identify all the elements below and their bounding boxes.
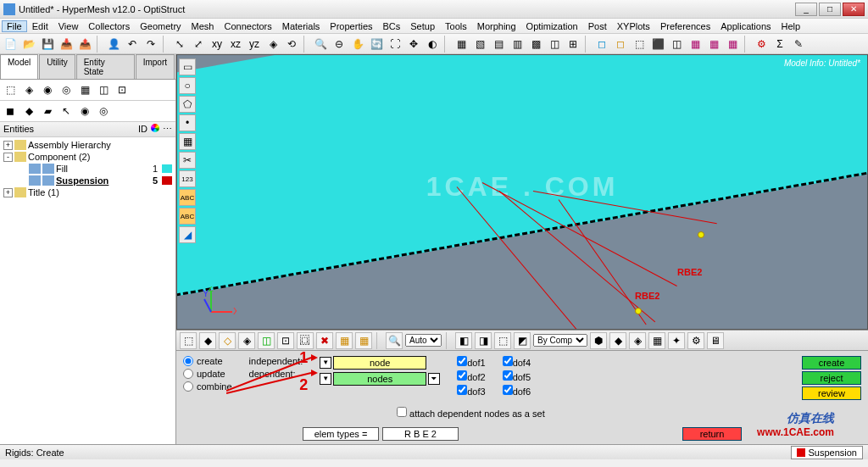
dof4-check[interactable]: dof4 (503, 356, 531, 368)
bt5-icon[interactable]: ▦ (76, 81, 93, 98)
mesh2-icon[interactable]: ▦ (705, 36, 722, 53)
window3-icon[interactable]: ▤ (490, 36, 507, 53)
tab-import[interactable]: Import (136, 54, 175, 79)
tree-assembly[interactable]: + Assembly Hierarchy (2, 139, 174, 151)
mask7-icon[interactable]: ⿴ (297, 332, 314, 349)
menu-view[interactable]: View (53, 20, 84, 32)
radio-update-input[interactable] (183, 369, 193, 379)
shaded-icon[interactable]: ⬛ (649, 36, 666, 53)
render4-icon[interactable]: ◩ (514, 332, 531, 349)
menu-xyplots[interactable]: XYPlots (612, 20, 655, 32)
new-icon[interactable]: 📄 (2, 36, 19, 53)
review-button[interactable]: review (802, 386, 861, 400)
menu-materials[interactable]: Materials (277, 20, 326, 32)
disp5-icon[interactable]: ◎ (95, 103, 112, 120)
vt-123-icon[interactable]: 123 (179, 170, 196, 187)
window1-icon[interactable]: ▦ (453, 36, 470, 53)
mask3-icon[interactable]: ◇ (219, 332, 236, 349)
reject-button[interactable]: reject (802, 371, 861, 385)
window5-icon[interactable]: ▩ (527, 36, 544, 53)
tab-utility[interactable]: Utility (39, 54, 75, 79)
menu-preferences[interactable]: Preferences (655, 20, 715, 32)
menu-connectors[interactable]: Connectors (219, 20, 276, 32)
vis1-icon[interactable]: ⬢ (590, 332, 607, 349)
render3-icon[interactable]: ⬚ (494, 332, 511, 349)
iso-icon[interactable]: ◈ (264, 36, 281, 53)
vt-poly-icon[interactable]: ⬠ (179, 96, 196, 113)
fill-color-swatch[interactable] (162, 164, 172, 173)
menu-file[interactable]: File (2, 20, 27, 32)
open-icon[interactable]: 📂 (20, 36, 37, 53)
delete-icon[interactable]: ✖ (316, 332, 333, 349)
wire-icon[interactable]: ⬚ (631, 36, 648, 53)
nodes-dropdown-button[interactable]: ⏷ (428, 373, 440, 385)
return-button[interactable]: return (682, 427, 742, 441)
window6-icon[interactable]: ◫ (546, 36, 563, 53)
radio-create[interactable]: create (183, 356, 232, 366)
bt6-icon[interactable]: ◫ (95, 81, 112, 98)
trans-icon[interactable]: ◫ (668, 36, 685, 53)
vt-elem-icon[interactable]: ▦ (179, 133, 196, 150)
expand-icon[interactable]: + (3, 141, 13, 150)
bt3-icon[interactable]: ◉ (39, 81, 56, 98)
bt4-icon[interactable]: ◎ (58, 81, 75, 98)
menu-help[interactable]: Help (776, 20, 806, 32)
xz-icon[interactable]: xz (227, 36, 244, 53)
vis4-icon[interactable]: ▦ (648, 332, 665, 349)
redo-icon[interactable]: ↷ (142, 36, 159, 53)
suspension-color-swatch[interactable] (162, 176, 172, 185)
menu-mesh[interactable]: Mesh (186, 20, 220, 32)
org2-icon[interactable]: ▦ (355, 332, 372, 349)
independent-node-selector[interactable]: node (333, 356, 426, 370)
radio-create-input[interactable] (183, 356, 193, 366)
3d-viewport[interactable]: ▭ ○ ⬠ • ▦ ✂ 123 ABC ABC ◢ Model Info: Un… (176, 54, 868, 330)
disp2-icon[interactable]: ◆ (20, 103, 37, 120)
mesh3-icon[interactable]: ▦ (724, 36, 741, 53)
reverse-icon[interactable]: ⟲ (283, 36, 300, 53)
save-icon[interactable]: 💾 (39, 36, 56, 53)
auto-select[interactable]: Auto (405, 334, 442, 347)
window7-icon[interactable]: ⊞ (565, 36, 581, 53)
zoom-out-icon[interactable]: ⊖ (331, 36, 348, 53)
elem-type-value[interactable]: R B E 2 (382, 427, 459, 441)
bt1-icon[interactable]: ⬚ (2, 81, 19, 98)
tree-component[interactable]: - Component (2) (2, 151, 174, 163)
menu-applications[interactable]: Applications (715, 20, 776, 32)
menu-tools[interactable]: Tools (440, 20, 472, 32)
menu-properties[interactable]: Properties (325, 20, 377, 32)
window2-icon[interactable]: ▧ (471, 36, 488, 53)
expand-icon[interactable]: + (3, 188, 13, 197)
bycomp-select[interactable]: By Comp (533, 334, 587, 347)
vt-select-icon[interactable]: ▭ (179, 58, 196, 75)
xy-icon[interactable]: xy (209, 36, 225, 53)
menu-optimization[interactable]: Optimization (521, 20, 583, 32)
mask4-icon[interactable]: ◈ (238, 332, 255, 349)
cube2-icon[interactable]: ◻ (612, 36, 629, 53)
vis7-icon[interactable]: 🖥 (707, 332, 724, 349)
switch-dependent-button[interactable]: ▼ (320, 373, 331, 385)
tool3-icon[interactable]: ✎ (790, 36, 807, 53)
vt-abc2-icon[interactable]: ABC (179, 208, 196, 225)
axis-icon[interactable]: ⤡ (171, 36, 188, 53)
dof1-check[interactable]: dof1 (457, 356, 485, 368)
mask6-icon[interactable]: ⊡ (277, 332, 294, 349)
menu-post[interactable]: Post (583, 20, 612, 32)
disp3-icon[interactable]: ▰ (39, 103, 56, 120)
menu-bcs[interactable]: BCs (378, 20, 406, 32)
dof6-check[interactable]: dof6 (503, 385, 531, 397)
tree-suspension[interactable]: Suspension 5 (2, 175, 174, 186)
disp4-icon[interactable]: ◉ (76, 103, 93, 120)
vis2-icon[interactable]: ◆ (609, 332, 626, 349)
dof3-check[interactable]: dof3 (457, 385, 485, 397)
vt-abc1-icon[interactable]: ABC (179, 189, 196, 206)
radio-combine[interactable]: combine (183, 381, 232, 392)
yz-icon[interactable]: yz (246, 36, 263, 53)
vt-surf-icon[interactable]: ◢ (179, 226, 196, 243)
bt2-icon[interactable]: ◈ (20, 81, 37, 98)
menu-edit[interactable]: Edit (27, 20, 53, 32)
rotate-icon[interactable]: 🔄 (368, 36, 385, 53)
dependent-nodes-selector[interactable]: nodes (333, 372, 426, 386)
render1-icon[interactable]: ◧ (455, 332, 472, 349)
tree-title[interactable]: + Title (1) (2, 186, 174, 198)
dof2-check[interactable]: dof2 (457, 370, 485, 382)
